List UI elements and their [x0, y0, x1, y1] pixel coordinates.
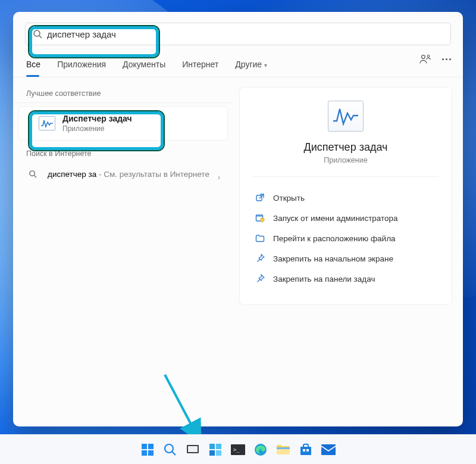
svg-rect-17: [188, 446, 198, 452]
search-tabs: Все Приложения Документы Интернет Другие…: [13, 45, 463, 77]
search-field[interactable]: [25, 23, 451, 45]
details-title: Диспетчер задач: [304, 141, 388, 154]
admin-shield-icon: [255, 213, 265, 223]
action-run-admin[interactable]: Запуск от имени администратора: [253, 208, 439, 228]
svg-rect-6: [256, 195, 262, 201]
svg-point-14: [165, 444, 173, 453]
tab-apps[interactable]: Приложения: [57, 60, 106, 76]
tab-more[interactable]: Другие▾: [235, 60, 267, 76]
results-list: Лучшее соответствие Диспетчер задач Прил…: [13, 77, 233, 425]
tab-documents[interactable]: Документы: [123, 60, 165, 76]
taskbar-terminal[interactable]: >_: [230, 441, 246, 458]
section-web-label: Поиск в Интернете: [13, 146, 233, 163]
tab-internet[interactable]: Интернет: [182, 60, 218, 76]
taskbar-edge[interactable]: [252, 441, 269, 458]
svg-point-4: [29, 171, 34, 176]
svg-rect-10: [142, 444, 147, 449]
svg-rect-30: [321, 444, 336, 455]
taskbar-search-button[interactable]: [162, 441, 178, 458]
svg-rect-29: [306, 449, 309, 451]
svg-line-5: [34, 176, 36, 178]
svg-rect-19: [216, 444, 221, 449]
svg-rect-13: [148, 450, 154, 456]
web-search-result[interactable]: диспетчер за - См. результаты в Интернет…: [13, 163, 233, 186]
search-input[interactable]: [42, 29, 443, 40]
pin-icon: [255, 254, 265, 263]
open-external-icon: [255, 193, 265, 203]
action-pin-taskbar[interactable]: Закрепить на панели задач: [253, 269, 439, 289]
taskbar: >_: [0, 434, 476, 464]
taskbar-explorer[interactable]: [275, 441, 292, 458]
svg-line-15: [173, 451, 176, 455]
start-search-window: Все Приложения Документы Интернет Другие…: [13, 12, 463, 426]
web-result-text: диспетчер за - См. результаты в Интернет…: [48, 169, 209, 180]
action-pin-start[interactable]: Закрепить на начальном экране: [253, 248, 439, 269]
svg-text:>_: >_: [233, 447, 240, 453]
chevron-down-icon: ▾: [264, 62, 267, 68]
svg-rect-26: [277, 447, 290, 449]
best-match-subtitle: Приложение: [62, 124, 132, 133]
account-icon[interactable]: [419, 54, 431, 64]
search-icon: [29, 170, 37, 179]
svg-point-2: [422, 55, 425, 59]
details-panel: Диспетчер задач Приложение Открыть Запус…: [239, 87, 452, 305]
chevron-right-icon: ›: [218, 173, 220, 182]
details-subtitle: Приложение: [324, 156, 367, 164]
svg-rect-20: [209, 450, 215, 456]
more-options-button[interactable]: [442, 58, 451, 60]
taskbar-task-view[interactable]: [184, 441, 201, 458]
svg-rect-21: [216, 450, 221, 456]
taskbar-store[interactable]: [298, 441, 314, 458]
taskbar-mail[interactable]: [320, 441, 337, 458]
pin-icon: [255, 274, 265, 284]
svg-line-1: [39, 36, 42, 38]
svg-point-3: [427, 55, 430, 57]
svg-rect-8: [256, 215, 263, 217]
best-match-title: Диспетчер задач: [62, 114, 132, 123]
svg-point-0: [34, 30, 40, 36]
action-open[interactable]: Открыть: [253, 188, 439, 208]
folder-icon: [255, 233, 265, 243]
svg-rect-27: [300, 447, 311, 455]
search-icon: [33, 29, 42, 39]
actions-list: Открыть Запуск от имени администратора П…: [253, 177, 439, 289]
svg-rect-18: [209, 444, 215, 449]
section-best-match-label: Лучшее соответствие: [13, 86, 233, 103]
svg-rect-12: [142, 450, 147, 456]
tab-all[interactable]: Все: [26, 60, 40, 76]
start-button[interactable]: [139, 441, 156, 458]
svg-rect-11: [148, 444, 154, 449]
taskbar-widgets[interactable]: [207, 441, 224, 458]
action-open-location[interactable]: Перейти к расположению файла: [253, 228, 439, 248]
svg-rect-28: [303, 449, 305, 451]
task-manager-icon: [39, 116, 55, 130]
task-manager-large-icon: [328, 101, 364, 132]
best-match-result[interactable]: Диспетчер задач Приложение: [19, 107, 227, 140]
selection-indicator: [30, 117, 32, 129]
